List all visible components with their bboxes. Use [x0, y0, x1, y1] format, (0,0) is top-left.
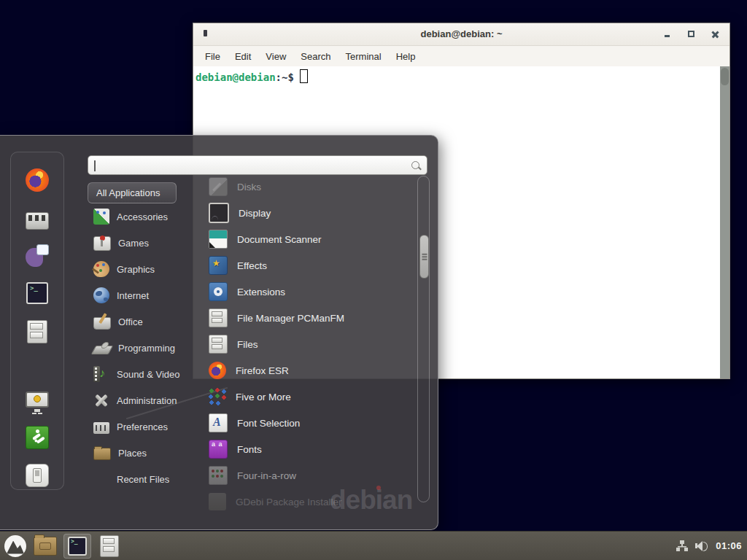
- app-document-scanner[interactable]: Document Scanner: [209, 226, 414, 252]
- taskbar: 01:06: [0, 531, 747, 560]
- volume-icon[interactable]: [695, 540, 708, 552]
- app-four-in-a-row[interactable]: Four-in-a-row: [209, 462, 414, 489]
- application-menu: debian All Applications Acces: [0, 135, 438, 530]
- desktop: debian@debian: ~ File Edit View Search T…: [0, 0, 747, 560]
- file-cabinet-icon: [209, 308, 228, 327]
- extensions-icon: [209, 282, 228, 301]
- scrollbar-thumb[interactable]: [419, 235, 429, 279]
- graphics-icon: [93, 261, 109, 277]
- close-button[interactable]: [712, 31, 719, 38]
- app-effects[interactable]: Effects: [209, 252, 414, 279]
- file-cabinet-icon[interactable]: [27, 320, 47, 343]
- logout-icon[interactable]: [26, 426, 49, 449]
- places-icon: [93, 448, 111, 460]
- disks-icon: [209, 177, 228, 196]
- category-sound-video[interactable]: Sound & Video: [88, 361, 204, 387]
- window-title: debian@debian: ~: [193, 23, 729, 45]
- terminal-icon[interactable]: [26, 282, 48, 304]
- terminal-scrollbar[interactable]: [720, 66, 729, 378]
- firefox-icon[interactable]: [26, 168, 49, 192]
- app-font-selection[interactable]: Font Selection: [209, 410, 414, 436]
- category-games[interactable]: Games: [88, 230, 204, 256]
- maximize-button[interactable]: [688, 31, 695, 38]
- terminal-menubar: File Edit View Search Terminal Help: [193, 46, 729, 67]
- category-administration[interactable]: Administration: [88, 387, 204, 413]
- fonts-icon: [209, 440, 228, 459]
- category-graphics[interactable]: Graphics: [88, 256, 204, 282]
- menu-help[interactable]: Help: [389, 51, 423, 62]
- clock: 01:06: [716, 540, 742, 551]
- app-list-scrollbar[interactable]: [417, 176, 430, 502]
- category-recent-files[interactable]: Recent Files: [88, 466, 204, 492]
- category-list: All Applications Accessories Games Graph…: [88, 182, 204, 492]
- search-input[interactable]: [94, 158, 411, 174]
- office-icon: [93, 317, 111, 330]
- app-extensions[interactable]: Extensions: [209, 279, 414, 305]
- menu-view[interactable]: View: [258, 51, 293, 62]
- four-in-a-row-icon: [209, 466, 228, 485]
- sound-video-icon: [93, 366, 100, 382]
- prompt-suffix: :~$: [276, 71, 294, 83]
- terminal-cursor: [300, 69, 308, 83]
- five-or-more-icon: [209, 388, 226, 405]
- category-internet[interactable]: Internet: [88, 282, 204, 308]
- document-scanner-icon: [209, 230, 228, 249]
- terminal-titlebar[interactable]: debian@debian: ~: [193, 23, 729, 46]
- prompt-user: debian@debian: [196, 71, 276, 83]
- lock-screen-icon[interactable]: [26, 392, 49, 408]
- app-display[interactable]: Display: [209, 200, 414, 226]
- menu-sidebar: [10, 152, 64, 490]
- file-cabinet-icon: [209, 335, 228, 354]
- terminal-icon: [68, 537, 87, 556]
- accessories-icon: [93, 209, 109, 225]
- menu-terminal[interactable]: Terminal: [338, 51, 389, 62]
- gdebi-icon: [209, 493, 226, 510]
- firefox-icon: [209, 362, 226, 379]
- minimize-button[interactable]: [664, 31, 671, 38]
- files-button[interactable]: [100, 535, 119, 557]
- app-files[interactable]: Files: [209, 331, 414, 357]
- preferences-icon: [93, 422, 109, 434]
- file-manager-button[interactable]: [34, 537, 57, 556]
- games-icon: [93, 236, 111, 251]
- search-icon: [411, 161, 419, 169]
- font-selection-icon: [209, 413, 228, 432]
- menu-file[interactable]: File: [198, 51, 228, 62]
- category-all-applications[interactable]: All Applications: [88, 182, 177, 203]
- network-icon[interactable]: [676, 540, 688, 551]
- category-accessories[interactable]: Accessories: [88, 203, 204, 230]
- category-preferences[interactable]: Preferences: [88, 413, 204, 440]
- effects-icon: [209, 256, 228, 275]
- pidgin-icon[interactable]: [26, 244, 49, 267]
- shutdown-icon[interactable]: [26, 464, 49, 487]
- category-office[interactable]: Office: [88, 308, 204, 335]
- display-icon: [209, 203, 229, 223]
- menu-edit[interactable]: Edit: [228, 51, 258, 62]
- settings-mixer-icon[interactable]: [26, 212, 49, 230]
- app-fonts[interactable]: Fonts: [209, 436, 414, 462]
- app-disks[interactable]: Disks: [209, 174, 414, 200]
- menu-button[interactable]: [4, 535, 26, 557]
- menu-search[interactable]: Search: [293, 51, 338, 62]
- app-file-manager-pcmanfm[interactable]: File Manager PCManFM: [209, 305, 414, 331]
- terminal-button[interactable]: [63, 534, 91, 559]
- category-programming[interactable]: Programming: [88, 335, 204, 361]
- app-five-or-more[interactable]: Five or More: [209, 384, 414, 410]
- search-box: [88, 155, 427, 175]
- administration-icon: [93, 392, 109, 408]
- app-gdebi-package-installer[interactable]: GDebi Package Installer: [209, 489, 414, 515]
- category-places[interactable]: Places: [88, 440, 204, 466]
- internet-icon: [93, 287, 109, 303]
- programming-icon: [91, 346, 113, 354]
- application-list: Disks Display Document Scanner Effects E…: [209, 174, 414, 515]
- app-firefox-esr[interactable]: Firefox ESR: [209, 357, 414, 384]
